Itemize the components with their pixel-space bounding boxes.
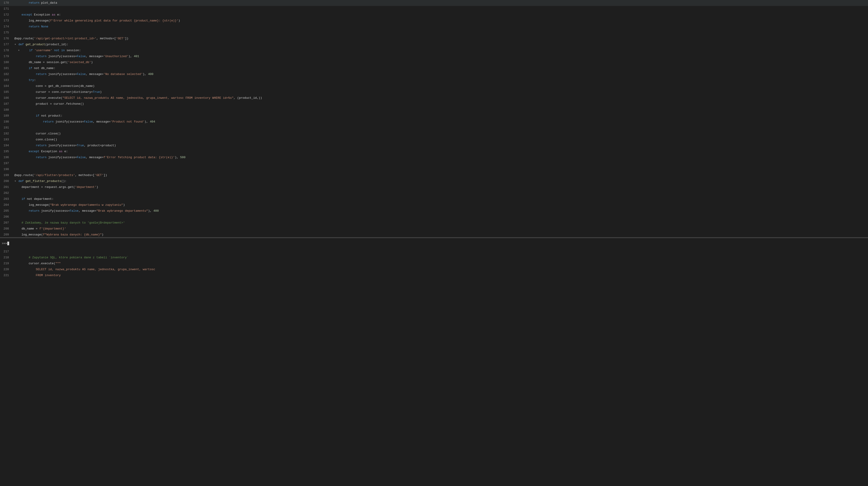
line-number: 217 bbox=[0, 249, 12, 255]
line-number: 221 bbox=[0, 273, 12, 279]
code-line: 178 ▾ if 'username' not in session: bbox=[0, 48, 868, 54]
terminal-cursor bbox=[7, 241, 9, 245]
code-line: 217 bbox=[0, 249, 868, 255]
line-number: 193 bbox=[0, 137, 12, 143]
line-number: 173 bbox=[0, 18, 12, 24]
line-number: 196 bbox=[0, 154, 12, 161]
line-number: 175 bbox=[0, 30, 12, 36]
code-line: 205 return jsonify(success=False, messag… bbox=[0, 208, 868, 214]
code-line: 184 conn = get_db_connection(db_name) bbox=[0, 83, 868, 89]
line-number: 191 bbox=[0, 125, 12, 131]
code-line: 194 return jsonify(success=True, product… bbox=[0, 143, 868, 149]
line-content: return jsonify(success=False, message='U… bbox=[12, 54, 868, 59]
line-content bbox=[12, 161, 868, 166]
line-number: 194 bbox=[0, 143, 12, 149]
line-content bbox=[12, 6, 868, 12]
line-number: 170 bbox=[0, 0, 12, 6]
line-number: 197 bbox=[0, 161, 12, 166]
code-line: 221 FROM inventory bbox=[0, 273, 868, 279]
line-number: 209 bbox=[0, 232, 12, 237]
code-line: 209 log_message(f"Wybrana baza danych: {… bbox=[0, 232, 868, 237]
line-content: return plot_data bbox=[12, 0, 868, 6]
line-content: return jsonify(success=False, message='P… bbox=[12, 119, 868, 125]
line-content: @app.route('/api/flutter/products', meth… bbox=[12, 172, 868, 178]
line-content: # Zapytanie SQL, które pobiera dane z ta… bbox=[12, 255, 868, 261]
line-content bbox=[12, 125, 868, 131]
code-line: 183 try: bbox=[0, 77, 868, 83]
line-number: 205 bbox=[0, 208, 12, 214]
line-content: return None bbox=[12, 24, 868, 30]
code-line: 182 return jsonify(success=False, messag… bbox=[0, 71, 868, 77]
line-number: 182 bbox=[0, 71, 12, 77]
line-number: 176 bbox=[0, 36, 12, 41]
line-content: db_name = session.get('selected_db') bbox=[12, 59, 868, 65]
code-line: 175 bbox=[0, 30, 868, 36]
code-line: 189 if not product: bbox=[0, 113, 868, 119]
code-line: 197 bbox=[0, 161, 868, 166]
code-line: 177▾ def get_product(product_id): bbox=[0, 41, 868, 48]
line-number: 207 bbox=[0, 220, 12, 226]
line-number: 180 bbox=[0, 59, 12, 65]
line-number: 184 bbox=[0, 83, 12, 89]
code-line: 174 return None bbox=[0, 24, 868, 30]
code-line: 193 conn.close() bbox=[0, 137, 868, 143]
line-number: 192 bbox=[0, 131, 12, 137]
line-number: 188 bbox=[0, 107, 12, 113]
line-content: return jsonify(success=False, message="B… bbox=[12, 208, 868, 214]
line-content bbox=[12, 249, 868, 255]
line-content: ▾ def get_flutter_products(): bbox=[12, 178, 868, 184]
code-line: 195 except Exception as e: bbox=[0, 149, 868, 154]
code-line: 202 bbox=[0, 190, 868, 196]
code-line: 196 return jsonify(success=False, messag… bbox=[0, 154, 868, 161]
line-content: try: bbox=[12, 77, 868, 83]
line-content: cursor.execute("SELECT id, nazwa_produkt… bbox=[12, 95, 868, 101]
line-content: except Exception as e: bbox=[12, 149, 868, 154]
line-number: 199 bbox=[0, 172, 12, 178]
line-content: if not department: bbox=[12, 196, 868, 202]
line-number: 220 bbox=[0, 266, 12, 273]
line-content: if not db_name: bbox=[12, 65, 868, 71]
editor-container: 170 return plot_data171 172 except Excep… bbox=[0, 0, 868, 486]
code-line: 186 cursor.execute("SELECT id, nazwa_pro… bbox=[0, 95, 868, 101]
code-line: 185 cursor = conn.cursor(dictionary=True… bbox=[0, 89, 868, 95]
terminal-area[interactable]: >>> bbox=[0, 238, 868, 249]
code-line: 206 bbox=[0, 214, 868, 220]
line-content: conn.close() bbox=[12, 137, 868, 143]
line-content: except Exception as e: bbox=[12, 12, 868, 18]
bottom-code-area: 217 218 # Zapytanie SQL, które pobiera d… bbox=[0, 249, 868, 486]
line-content: return jsonify(success=True, product=pro… bbox=[12, 143, 868, 149]
code-line: 187 product = cursor.fetchone() bbox=[0, 101, 868, 107]
code-line: 172 except Exception as e: bbox=[0, 12, 868, 18]
line-content: product = cursor.fetchone() bbox=[12, 101, 868, 107]
code-line: 191 bbox=[0, 125, 868, 131]
line-content: return jsonify(success=False, message=f'… bbox=[12, 154, 868, 161]
code-line: 198 bbox=[0, 166, 868, 172]
line-number: 177 bbox=[0, 41, 12, 48]
line-number: 178 bbox=[0, 48, 12, 54]
line-content: FROM inventory bbox=[12, 273, 868, 279]
code-line: 200▾ def get_flutter_products(): bbox=[0, 178, 868, 184]
line-content: log_message(f'Error while generating plo… bbox=[12, 18, 868, 24]
line-number: 181 bbox=[0, 65, 12, 71]
line-number: 204 bbox=[0, 202, 12, 208]
line-number: 187 bbox=[0, 101, 12, 107]
code-line: 208 db_name = f'{department}' bbox=[0, 226, 868, 232]
code-line: 170 return plot_data bbox=[0, 0, 868, 6]
code-line: 190 return jsonify(success=False, messag… bbox=[0, 119, 868, 125]
code-line: 188 bbox=[0, 107, 868, 113]
line-number: 190 bbox=[0, 119, 12, 125]
line-number: 201 bbox=[0, 184, 12, 190]
code-line: 180 db_name = session.get('selected_db') bbox=[0, 59, 868, 65]
line-number: 208 bbox=[0, 226, 12, 232]
line-number: 189 bbox=[0, 113, 12, 119]
line-number: 195 bbox=[0, 149, 12, 154]
line-number: 186 bbox=[0, 95, 12, 101]
code-line: 192 cursor.close() bbox=[0, 131, 868, 137]
line-content bbox=[12, 214, 868, 220]
code-line: 176@app.route('/api/get-product/<int:pro… bbox=[0, 36, 868, 41]
line-number: 202 bbox=[0, 190, 12, 196]
line-content: conn = get_db_connection(db_name) bbox=[12, 83, 868, 89]
line-number: 198 bbox=[0, 166, 12, 172]
line-content: ▾ if 'username' not in session: bbox=[12, 48, 868, 54]
line-content: cursor = conn.cursor(dictionary=True) bbox=[12, 89, 868, 95]
